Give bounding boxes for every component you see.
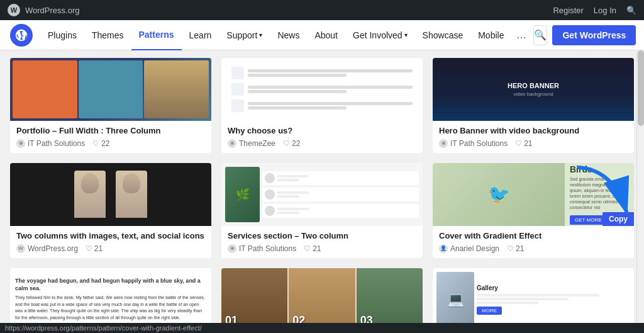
pattern-likes-4[interactable]: ♡ 21 — [86, 244, 103, 253]
pattern-card-8[interactable]: 01 02 03 — [221, 268, 423, 331]
pattern-thumb-gallery: 💻 Gallery MORE — [433, 268, 634, 331]
why-line-6 — [248, 106, 347, 110]
why-line-1 — [248, 69, 413, 72]
pattern-meta-5: ⊕ IT Path Solutions ♡ 21 — [228, 244, 416, 253]
search-icon: 🔍 — [534, 29, 547, 41]
nav-news[interactable]: News — [270, 20, 307, 50]
why-line-2 — [248, 74, 347, 77]
laptop-icon: 💻 — [447, 291, 464, 308]
pattern-author-3: ⊕ IT Path Solutions — [439, 139, 508, 148]
pattern-card-6[interactable]: 🐦 Birds Sed gravida ornare vestibulum ma… — [433, 163, 634, 258]
why-row-3 — [231, 99, 413, 112]
nav-showcase[interactable]: Showcase — [415, 20, 471, 50]
thumb-col-1 — [13, 60, 77, 118]
pattern-likes-2[interactable]: ♡ 22 — [283, 139, 300, 148]
service-lines-3 — [277, 208, 309, 214]
heart-icon-4: ♡ — [86, 244, 92, 253]
pattern-thumb-hero: HERO BANNER video background — [433, 58, 634, 121]
register-link[interactable]: Register — [553, 6, 583, 15]
pattern-card-2[interactable]: Why choose us? ⊕ ThemeZee ♡ 22 — [221, 58, 423, 153]
services-row-2 — [262, 188, 419, 201]
gallery-more-button[interactable]: MORE — [477, 307, 502, 315]
pattern-meta-2: ⊕ ThemeZee ♡ 22 — [228, 139, 416, 148]
pattern-meta-4: W WordPress.org ♡ 21 — [16, 244, 205, 253]
admin-bar-left: W WordPress.org — [8, 4, 79, 16]
pattern-title-2: Why choose us? — [228, 126, 416, 137]
patterns-grid: Portfolio – Full Width : Three Column ⊕ … — [10, 50, 634, 333]
why-row-2 — [231, 83, 413, 96]
pattern-info-4: Two columns with images, text, and socia… — [10, 226, 211, 258]
pattern-info-3: Hero Banner with video background ⊕ IT P… — [433, 121, 634, 153]
pattern-likes-5[interactable]: ♡ 21 — [304, 244, 321, 253]
nav-patterns[interactable]: Patterns — [131, 20, 182, 50]
author-name-3: IT Path Solutions — [450, 139, 508, 148]
hero-thumb-sub: video background — [513, 91, 553, 97]
pattern-thumb-numbered: 01 02 03 — [221, 268, 423, 331]
thumb-col-3 — [144, 60, 209, 118]
search-icon-admin[interactable]: 🔍 — [626, 6, 636, 15]
scrollbar-thumb[interactable] — [638, 50, 644, 126]
likes-count-6: 21 — [516, 244, 524, 253]
likes-count-2: 22 — [292, 139, 300, 148]
why-lines-3 — [248, 102, 413, 110]
pattern-info-5: Services section – Two column ⊕ IT Path … — [221, 226, 423, 258]
nav-get-involved[interactable]: Get Involved ▾ — [345, 20, 415, 50]
bust-2 — [116, 171, 147, 218]
heart-icon-6: ♡ — [507, 244, 514, 253]
pattern-card-9[interactable]: 💻 Gallery MORE — [433, 268, 634, 331]
pattern-card-3[interactable]: HERO BANNER video background Hero Banner… — [433, 58, 634, 153]
author-name-2: ThemeZee — [239, 139, 275, 148]
nav-themes[interactable]: Themes — [84, 20, 131, 50]
num-col-3: 03 — [357, 268, 423, 331]
admin-site-name[interactable]: WordPress.org — [25, 6, 79, 15]
service-line-3a — [277, 208, 309, 210]
why-icon-box-3 — [231, 99, 244, 112]
pattern-author-1: ⊕ IT Path Solutions — [16, 139, 85, 148]
search-button[interactable]: 🔍 — [533, 25, 547, 45]
scrollbar[interactable] — [636, 50, 644, 324]
nav-support[interactable]: Support ▾ — [219, 20, 270, 50]
why-icon-box-1 — [231, 67, 244, 79]
nav-more-dots[interactable]: ... — [511, 28, 531, 42]
why-line-4 — [248, 90, 347, 93]
gallery-line-1 — [477, 294, 599, 296]
why-lines-2 — [248, 86, 413, 93]
pattern-meta-3: ⊕ IT Path Solutions ♡ 21 — [439, 139, 628, 148]
get-wordpress-button[interactable]: Get WordPress — [552, 25, 636, 45]
gallery-text-area: Gallery MORE — [477, 272, 630, 327]
pattern-title-5: Services section – Two column — [228, 231, 416, 242]
service-line-1b — [277, 179, 299, 181]
pattern-thumb-two-col — [10, 163, 211, 226]
gallery-title: Gallery — [477, 285, 630, 291]
login-link[interactable]: Log In — [594, 6, 616, 15]
pattern-info-2: Why choose us? ⊕ ThemeZee ♡ 22 — [221, 121, 423, 153]
pattern-card-7[interactable]: The voyage had begun, and had begun happ… — [10, 268, 211, 331]
pattern-likes-1[interactable]: ♡ 22 — [92, 139, 109, 148]
nav-plugins[interactable]: Plugins — [40, 20, 84, 50]
num-col-2: 02 — [289, 268, 355, 331]
admin-bar: W WordPress.org Register Log In 🔍 — [0, 0, 644, 20]
pattern-card-5[interactable]: 🌿 — [221, 163, 423, 258]
copy-badge[interactable]: Copy — [602, 212, 634, 226]
service-line-2a — [277, 191, 309, 194]
cover-panel-text: Sed gravida ornare vestibulum magna just… — [570, 176, 629, 211]
pattern-likes-6[interactable]: ♡ 21 — [507, 244, 524, 253]
gallery-line-3 — [477, 302, 538, 304]
nav-learn[interactable]: Learn — [182, 20, 219, 50]
pattern-card-4[interactable]: Two columns with images, text, and socia… — [10, 163, 211, 258]
pattern-card-1[interactable]: Portfolio – Full Width : Three Column ⊕ … — [10, 58, 211, 153]
nav-mobile[interactable]: Mobile — [470, 20, 511, 50]
pattern-likes-3[interactable]: ♡ 21 — [515, 139, 532, 148]
wp-logo[interactable] — [10, 24, 33, 47]
service-lines-1 — [277, 175, 309, 181]
pattern-thumb-services: 🌿 — [221, 163, 423, 226]
pattern-info-1: Portfolio – Full Width : Three Column ⊕ … — [10, 121, 211, 153]
services-row-1 — [262, 171, 419, 185]
hero-thumb-text: HERO BANNER — [508, 82, 559, 89]
nav-about[interactable]: About — [307, 20, 345, 50]
service-avatar-3 — [265, 206, 275, 216]
pattern-title-4: Two columns with images, text, and socia… — [16, 231, 205, 242]
pattern-thumb-portfolio — [10, 58, 211, 121]
likes-count-5: 21 — [313, 244, 321, 253]
service-line-1a — [277, 175, 309, 178]
